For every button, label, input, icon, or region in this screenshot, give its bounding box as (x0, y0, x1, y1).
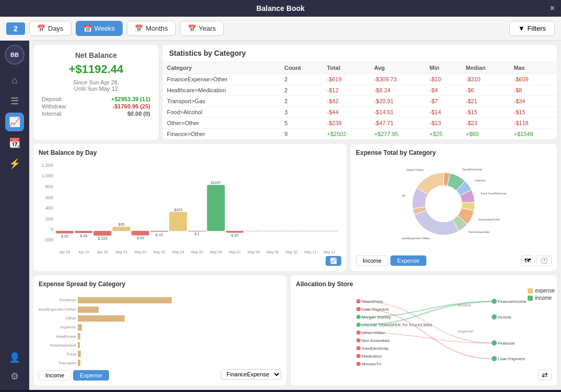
cell-avg: +$277.95 (370, 129, 425, 140)
svg-text:Food: Food (67, 352, 76, 357)
col-header-max[interactable]: Max (510, 62, 557, 74)
svg-text:FinanceExpense>Other: FinanceExpense>Other (402, 237, 430, 240)
svg-text:May 01: May 01 (115, 250, 127, 254)
col-header-min[interactable]: Min (425, 62, 462, 74)
cell-count: 5 (280, 118, 323, 129)
svg-rect-79 (78, 351, 81, 357)
svg-text:Other>Other: Other>Other (406, 168, 424, 172)
svg-rect-45 (302, 231, 319, 231)
svg-point-87 (356, 323, 361, 327)
svg-rect-74 (78, 307, 99, 313)
svg-rect-47 (320, 231, 338, 231)
svg-text:1,200: 1,200 (41, 163, 53, 168)
sidebar-item-settings[interactable]: ⚙ (5, 367, 24, 386)
cell-total: -$239 (323, 118, 369, 129)
svg-text:May 04: May 04 (172, 250, 184, 254)
cell-total: -$12 (323, 85, 369, 96)
years-button[interactable]: 📅 Years (180, 21, 224, 36)
days-button[interactable]: 📅 Days (29, 21, 71, 36)
cell-median: -$23 (462, 118, 510, 129)
chart-mode-button[interactable]: 📈 (326, 256, 341, 266)
filters-button[interactable]: ▼ Filters (509, 21, 555, 36)
months-button[interactable]: 📅 Months (127, 21, 176, 36)
svg-point-107 (492, 356, 497, 361)
spread-income-tab[interactable]: Income (39, 370, 71, 381)
svg-text:Financial: Financial (498, 341, 515, 346)
cell-avg: -$47.71 (370, 118, 425, 129)
net-balance-stats: Deposit: +$2953.39 (11) Withdraw: -$1760… (42, 96, 150, 117)
cell-min: -$13 (425, 118, 462, 129)
expense-spread-chart: Expense Spread by Category Financial Fin… (33, 275, 287, 386)
svg-text:May 11: May 11 (304, 250, 316, 254)
svg-text:Gas/Electricity: Gas/Electricity (462, 168, 482, 171)
cell-count: 2 (280, 74, 323, 85)
svg-point-101 (492, 299, 497, 304)
col-header-avg[interactable]: Avg (370, 62, 425, 74)
svg-text:Movies/TV: Movies/TV (362, 362, 381, 366)
sidebar-item-home[interactable]: ⌂ (5, 71, 24, 90)
map-view-button[interactable]: 🗺 (521, 255, 534, 266)
svg-rect-9 (56, 231, 74, 234)
svg-text:Loan Payment: Loan Payment (498, 357, 525, 361)
top-nav: 2 📅 Days 📅 Weeks 📅 Months 📅 Years ▼ Filt… (0, 17, 561, 41)
svg-text:Apr 30: Apr 30 (97, 250, 108, 254)
svg-rect-18 (113, 227, 130, 231)
svg-text:$-55: $-55 (61, 235, 68, 238)
category-select[interactable]: FinanceExpense (221, 369, 281, 379)
sidebar: BB ⌂ ☰ 📈 📆 ⚡ 👤 ⚙ (0, 41, 29, 390)
sidebar-item-calendar[interactable]: 📆 (5, 133, 24, 152)
cell-median: -$310 (462, 74, 510, 85)
income-tab[interactable]: Income (356, 255, 388, 266)
main-container: 2 📅 Days 📅 Weeks 📅 Months 📅 Years ▼ Filt… (0, 17, 561, 390)
table-row: Transport>Gas 2 -$42 -$20.91 -$7 -$21 -$… (163, 96, 557, 107)
cell-count: 2 (280, 96, 323, 107)
col-header-count[interactable]: Count (280, 62, 323, 74)
allocation-store-chart: Allocation by Store Taxes/Fees Loan Paym… (291, 275, 557, 386)
cell-avg: -$309.73 (370, 74, 425, 85)
svg-rect-43 (282, 231, 300, 231)
svg-point-93 (356, 346, 361, 350)
svg-text:$429: $429 (174, 208, 183, 212)
svg-text:Apr 28: Apr 28 (59, 250, 70, 254)
cell-avg: -$6.24 (370, 85, 425, 96)
svg-text:Gas/Electricity: Gas/Electricity (362, 346, 388, 351)
col-header-category[interactable]: Category (163, 62, 280, 74)
sidebar-item-profile[interactable]: 👤 (5, 348, 24, 367)
svg-text:$-19: $-19 (156, 233, 163, 237)
svg-rect-33 (207, 185, 225, 231)
legend-income: income (528, 295, 555, 301)
svg-text:$-40: $-40 (231, 234, 238, 237)
cell-max: -$15 (510, 107, 557, 118)
sidebar-item-analytics[interactable]: ⚡ (5, 154, 24, 173)
sidebar-item-chart[interactable]: 📈 (5, 113, 24, 131)
svg-text:Financial: Financial (59, 298, 76, 302)
clock-view-button[interactable]: 🕐 (536, 255, 552, 266)
svg-rect-78 (78, 342, 80, 348)
col-header-median[interactable]: Median (462, 62, 510, 74)
svg-text:1,000: 1,000 (41, 173, 53, 178)
cell-total: +$2502 (323, 129, 369, 140)
svg-rect-73 (78, 297, 172, 303)
svg-text:May 05: May 05 (191, 250, 203, 254)
weeks-button[interactable]: 📅 Weeks (76, 21, 123, 36)
svg-text:Transport: Transport (58, 361, 77, 365)
svg-text:May 02: May 02 (134, 250, 146, 254)
shuffle-button[interactable]: ⇄ (538, 369, 552, 381)
svg-text:May 07: May 07 (229, 250, 241, 254)
cell-min: -$10 (425, 74, 462, 85)
expense-tab[interactable]: Expense (390, 255, 426, 266)
table-row: FinanceExpense>Other 2 -$619 -$309.73 -$… (163, 74, 557, 85)
sidebar-logo: BB (5, 45, 25, 65)
allocation-store-title: Allocation by Store (296, 280, 552, 288)
svg-text:$-105: $-105 (98, 237, 108, 240)
period-badge[interactable]: 2 (6, 22, 25, 35)
close-button[interactable]: × (550, 4, 555, 13)
spread-expense-tab[interactable]: Expense (73, 370, 109, 381)
svg-text:May 08: May 08 (248, 250, 260, 254)
col-header-total[interactable]: Total (323, 62, 369, 74)
cell-category: Other>Other (163, 118, 280, 129)
svg-text:0: 0 (51, 227, 53, 232)
expense-spread-footer: Income Expense FinanceExpense (39, 368, 281, 381)
cell-median: -$15 (462, 107, 510, 118)
sidebar-item-ledger[interactable]: ☰ (5, 92, 24, 111)
